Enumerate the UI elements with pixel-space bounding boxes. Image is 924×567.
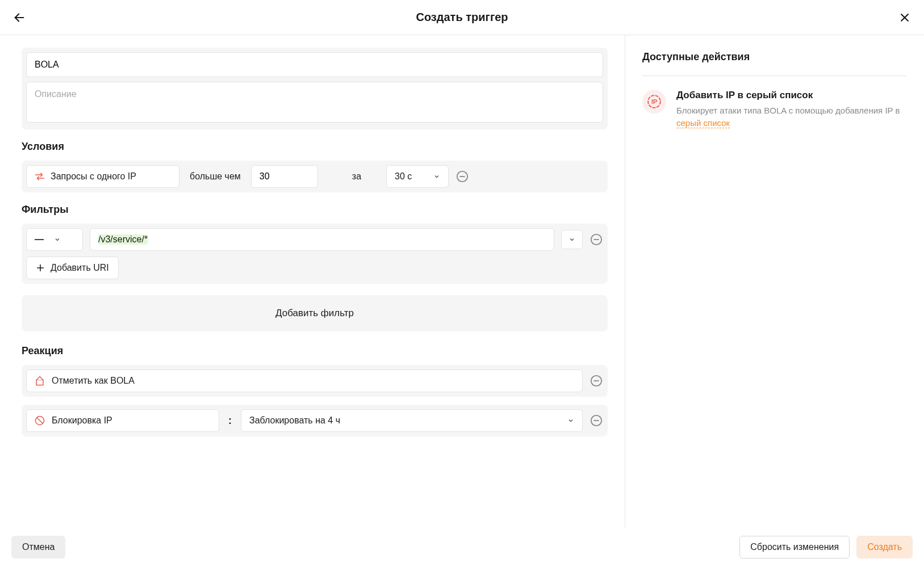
action-text: Добавить IP в серый список Блокирует ата… xyxy=(676,90,907,129)
add-uri-label: Добавить URI xyxy=(51,263,109,273)
condition-metric-label: Запросы с одного IP xyxy=(51,171,136,182)
action-description: Блокирует атаки типа BOLA с помощью доба… xyxy=(676,104,907,129)
tag-icon xyxy=(35,376,45,386)
cancel-button[interactable]: Отмена xyxy=(11,536,65,558)
reaction-separator: : xyxy=(226,415,234,427)
reaction-mark-remove-button[interactable] xyxy=(589,374,603,388)
condition-window-value: 30 с xyxy=(395,171,412,182)
filter-operator-value: — xyxy=(35,234,44,245)
reaction-block-label: Блокировка IP xyxy=(52,415,112,426)
filter-operator-select[interactable]: — xyxy=(26,228,83,251)
chevron-down-icon xyxy=(433,173,440,180)
conditions-heading: Условия xyxy=(22,141,608,153)
remove-icon xyxy=(590,375,603,387)
filter-remove-button[interactable] xyxy=(589,233,603,246)
chevron-down-icon xyxy=(568,236,575,243)
reactions-heading: Реакция xyxy=(22,345,608,357)
condition-window-select[interactable]: 30 с xyxy=(386,165,449,188)
filter-uri-row: — /v3/service/* xyxy=(26,228,603,251)
condition-per-label: за xyxy=(325,171,379,182)
reset-button[interactable]: Сбросить изменения xyxy=(739,536,850,558)
conditions-panel: Запросы с одного IP больше чем за 30 с xyxy=(22,161,608,192)
close-button[interactable] xyxy=(897,10,913,26)
reaction-block-chip[interactable]: Блокировка IP xyxy=(26,409,219,432)
svg-text:IP: IP xyxy=(651,98,657,105)
arrow-left-icon xyxy=(13,11,26,24)
remove-icon xyxy=(590,414,603,427)
action-card-graylist[interactable]: IP Добавить IP в серый список Блокирует … xyxy=(642,76,907,129)
main-form: Условия Запросы с одного IP больше чем з… xyxy=(0,35,625,527)
add-filter-button[interactable]: Добавить фильтр xyxy=(22,295,608,331)
filter-uri-value: /v3/service/* xyxy=(98,234,148,245)
svg-line-14 xyxy=(37,418,43,424)
chevron-down-icon xyxy=(54,236,61,243)
action-desc-link[interactable]: серый список xyxy=(676,118,730,128)
filters-heading: Фильтры xyxy=(22,204,608,216)
close-icon xyxy=(899,12,910,23)
trigger-description-input[interactable] xyxy=(26,82,603,123)
block-icon xyxy=(35,415,45,426)
requests-icon xyxy=(35,172,45,181)
action-title: Добавить IP в серый список xyxy=(676,90,907,101)
remove-icon xyxy=(456,170,469,183)
filter-uri-expand-button[interactable] xyxy=(561,230,583,249)
reaction-row-mark: Отметить как BOLA xyxy=(22,365,608,397)
condition-remove-button[interactable] xyxy=(455,170,469,183)
actions-sidebar: Доступные действия IP Добавить IP в серы… xyxy=(625,35,924,527)
name-description-panel xyxy=(22,48,608,129)
reaction-duration-value: Заблокировать на 4 ч xyxy=(249,415,340,426)
reaction-mark-label: Отметить как BOLA xyxy=(52,376,135,386)
modal-header: Создать триггер xyxy=(0,0,924,35)
plus-icon xyxy=(36,263,45,272)
chevron-down-icon xyxy=(567,417,574,424)
sidebar-title: Доступные действия xyxy=(642,51,907,76)
ip-icon: IP xyxy=(647,94,662,109)
reaction-row-block: Блокировка IP : Заблокировать на 4 ч xyxy=(22,405,608,436)
modal-title: Создать триггер xyxy=(416,11,508,24)
filter-uri-input[interactable]: /v3/service/* xyxy=(90,228,554,251)
filters-panel: — /v3/service/* Добавить URI xyxy=(22,224,608,284)
submit-button[interactable]: Создать xyxy=(856,536,913,558)
action-desc-text: Блокирует атаки типа BOLA с помощью доба… xyxy=(676,106,900,115)
reaction-mark-chip[interactable]: Отметить как BOLA xyxy=(26,369,583,392)
reaction-duration-select[interactable]: Заблокировать на 4 ч xyxy=(241,409,583,432)
back-button[interactable] xyxy=(11,10,27,26)
reaction-block-remove-button[interactable] xyxy=(589,414,603,427)
remove-icon xyxy=(590,233,603,246)
add-uri-button[interactable]: Добавить URI xyxy=(26,257,119,279)
condition-row: Запросы с одного IP больше чем за 30 с xyxy=(26,165,603,188)
condition-comparator: больше чем xyxy=(186,171,244,182)
trigger-name-input[interactable] xyxy=(26,52,603,77)
condition-metric-select[interactable]: Запросы с одного IP xyxy=(26,165,179,188)
modal-footer: Отмена Сбросить изменения Создать xyxy=(0,527,924,567)
condition-threshold-input[interactable] xyxy=(251,165,318,188)
action-icon-wrap: IP xyxy=(642,90,666,114)
